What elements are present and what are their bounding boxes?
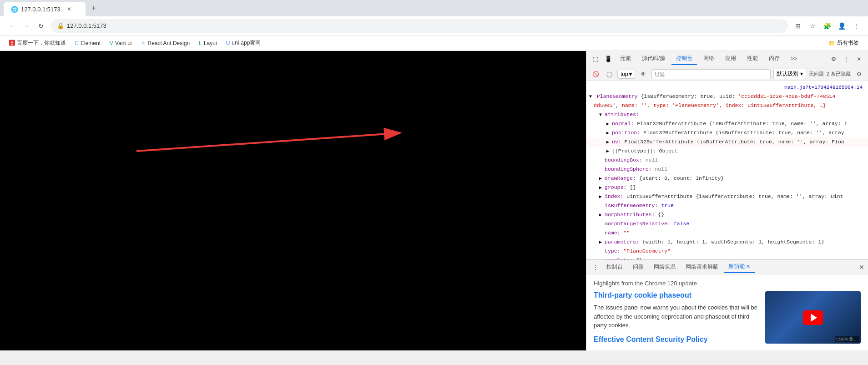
console-line-userdata[interactable]: ▶ userData: {} bbox=[586, 256, 868, 259]
devtools-settings-icon[interactable]: ⚙ bbox=[828, 54, 839, 65]
bookmark-item-uniapp[interactable]: U uni-app官网 bbox=[222, 38, 265, 48]
youtube-play-button[interactable] bbox=[803, 310, 823, 325]
menu-icon[interactable]: ⋮ bbox=[850, 20, 863, 32]
bookmark-item-baidu[interactable]: 🅱 百度一下，你就知道 bbox=[5, 38, 70, 48]
devtools-options-icon[interactable]: ⋮ bbox=[841, 54, 852, 65]
console-line-index[interactable]: ▶ index: Uint16BufferAttribute {isBuffer… bbox=[586, 192, 868, 201]
tab-network[interactable]: 网络 bbox=[699, 53, 719, 65]
address-bar[interactable]: 🔒 127.0.0.1:5173 bbox=[51, 19, 788, 33]
hidden-count-label: 2 条已隐藏 bbox=[827, 71, 851, 77]
bookmark-item-vant[interactable]: V Vant ui bbox=[106, 39, 135, 48]
triangle-morphattributes[interactable]: ▶ bbox=[599, 211, 602, 219]
profile-icon[interactable]: 👤 bbox=[835, 20, 848, 32]
bookmark-item-react-ant[interactable]: ⚛ React Ant Design bbox=[137, 39, 194, 48]
chevron-down-icon: ▾ bbox=[629, 71, 632, 77]
drawer-content: Highlights from the Chrome 120 update Th… bbox=[586, 274, 868, 350]
console-line-drawrange[interactable]: ▶ drawRange: {start: 0, count: Infinity} bbox=[586, 174, 868, 183]
drawer-highlights-label: Highlights from the Chrome 120 update bbox=[594, 280, 861, 287]
console-link-line[interactable]: main.js?t=1704248165004:14 bbox=[586, 83, 868, 92]
bookmark-item-layui[interactable]: L Layui bbox=[195, 39, 220, 48]
console-line-normal[interactable]: ▶ normal: Float32BufferAttribute {isBuff… bbox=[586, 119, 868, 128]
devtools-topbar: ⬚ 📱 元素 源代码/源 控制台 网络 应用 性能 内存 >> ⚙ ⋮ ✕ bbox=[586, 51, 868, 67]
navigation-bar: ← → ↻ 🔒 127.0.0.1:5173 ⊞ ☆ 🧩 👤 ⋮ bbox=[0, 16, 868, 35]
console-line-prototype[interactable]: ▶ [[Prototype]]: Object bbox=[586, 147, 868, 156]
devtools-icon-inspect[interactable]: ⬚ bbox=[590, 54, 601, 65]
tab-memory[interactable]: 内存 bbox=[764, 53, 784, 65]
bookmark-item-element[interactable]: E Element bbox=[71, 39, 104, 48]
console-line-parameters[interactable]: ▶ parameters: {width: 1, height: 1, widt… bbox=[586, 238, 868, 247]
drawer-dots-icon[interactable]: ⋮ bbox=[590, 262, 601, 273]
drawer-tab-issues[interactable]: 问题 bbox=[628, 261, 648, 273]
devtools-close-icon[interactable]: ✕ bbox=[853, 54, 864, 65]
tab-close-icon[interactable]: ✕ bbox=[67, 6, 71, 12]
eye-icon[interactable]: 👁 bbox=[638, 69, 649, 80]
drawer-section2-title[interactable]: Effective Content Security Policy bbox=[594, 335, 758, 344]
drawer-close-button[interactable]: ✕ bbox=[859, 264, 864, 271]
red-arrow bbox=[136, 106, 455, 197]
triangle-parameters[interactable]: ▶ bbox=[599, 238, 602, 247]
console-line-morphattributes[interactable]: ▶ morphAttributes: {} bbox=[586, 210, 868, 219]
devtools-console-content: main.js?t=1704248165004:14 ▼ _PlaneGeome… bbox=[586, 81, 868, 259]
triangle-index[interactable]: ▶ bbox=[599, 193, 602, 201]
console-line-type[interactable]: type: "PlaneGeometry" bbox=[586, 247, 868, 256]
console-line-boundingsphere[interactable]: boundingSphere: null bbox=[586, 165, 868, 174]
drawer-tab-console[interactable]: 控制台 bbox=[602, 261, 627, 273]
active-tab[interactable]: 🌐 127.0.0.1:5173 ✕ bbox=[4, 2, 86, 16]
drawer-tab-network-status[interactable]: 网络状况 bbox=[649, 261, 680, 273]
translate-icon[interactable]: ⊞ bbox=[792, 20, 804, 32]
issues-label: 无问题 bbox=[809, 71, 824, 77]
tab-application[interactable]: 应用 bbox=[721, 53, 741, 65]
drawer-tab-block[interactable]: 网络请求屏蔽 bbox=[681, 261, 723, 273]
tab-console[interactable]: 控制台 bbox=[671, 53, 697, 65]
triangle-planegeometry[interactable]: ▼ bbox=[589, 93, 592, 101]
triangle-groups[interactable]: ▶ bbox=[599, 184, 602, 192]
devtools-toolbar: 🚫 ◯ top ▾ 👁 默认级别 ▾ 无问题 2 条已隐藏 ⚙ bbox=[586, 67, 868, 81]
new-tab-button[interactable]: + bbox=[87, 2, 100, 15]
tab-more[interactable]: >> bbox=[786, 54, 802, 65]
devtools-icon-mobile[interactable]: 📱 bbox=[603, 54, 614, 65]
triangle-userdata[interactable]: ▶ bbox=[599, 257, 602, 259]
triangle-normal[interactable]: ▶ bbox=[606, 120, 609, 128]
layui-favicon: L bbox=[199, 40, 202, 46]
tab-performance[interactable]: 性能 bbox=[742, 53, 762, 65]
console-line-morphtargets[interactable]: morphTargetsRelative: false bbox=[586, 219, 868, 228]
tab-elements[interactable]: 元素 bbox=[616, 53, 636, 65]
console-line-isbuffergeometry[interactable]: isBufferGeometry: true bbox=[586, 201, 868, 210]
triangle-drawrange[interactable]: ▶ bbox=[599, 175, 602, 183]
drawer-section1-text: The Issues panel now warns you about the… bbox=[594, 303, 758, 330]
tab-title: 127.0.0.1:5173 bbox=[21, 6, 61, 13]
console-line-uv[interactable]: ▶ uv: Float32BufferAttribute {isBufferAt… bbox=[586, 137, 868, 147]
forward-button[interactable]: → bbox=[20, 20, 33, 32]
console-filter-icon[interactable]: ◯ bbox=[604, 69, 615, 80]
console-line-boundingbox[interactable]: boundingBox: null bbox=[586, 156, 868, 165]
uniapp-favicon: U bbox=[226, 40, 230, 46]
tab-favicon: 🌐 bbox=[11, 6, 18, 13]
reload-button[interactable]: ↻ bbox=[35, 20, 47, 32]
drawer-tab-new[interactable]: 新功能 ✕ bbox=[724, 261, 755, 273]
back-button[interactable]: ← bbox=[5, 20, 18, 32]
context-selector[interactable]: top ▾ bbox=[617, 70, 635, 79]
console-line-groups[interactable]: ▶ groups: [] bbox=[586, 183, 868, 192]
triangle-uv[interactable]: ▶ bbox=[606, 138, 609, 147]
drawer-section1-title[interactable]: Third-party cookie phaseout bbox=[594, 291, 758, 299]
tab-sources[interactable]: 源代码/源 bbox=[637, 53, 670, 65]
drawer-tab-new-close[interactable]: ✕ bbox=[746, 264, 750, 269]
extensions-icon[interactable]: 🧩 bbox=[821, 20, 833, 32]
lock-icon: 🔒 bbox=[57, 22, 64, 29]
browser-chrome: 🌐 127.0.0.1:5173 ✕ + ← → ↻ 🔒 127.0.0.1:5… bbox=[0, 0, 868, 51]
drawer-topbar: ⋮ 控制台 问题 网络状况 网络请求屏蔽 新功能 ✕ ✕ bbox=[586, 260, 868, 274]
console-line-position[interactable]: ▶ position: Float32BufferAttribute {isBu… bbox=[586, 128, 868, 137]
clear-console-icon[interactable]: 🚫 bbox=[590, 69, 601, 80]
triangle-attributes[interactable]: ▼ bbox=[599, 111, 602, 119]
console-line-attributes[interactable]: ▼ attributes: bbox=[586, 110, 868, 119]
triangle-prototype[interactable]: ▶ bbox=[606, 147, 609, 156]
console-settings-icon[interactable]: ⚙ bbox=[853, 69, 864, 80]
log-level-selector[interactable]: 默认级别 ▾ bbox=[773, 69, 806, 79]
react-ant-favicon: ⚛ bbox=[141, 40, 146, 46]
triangle-position[interactable]: ▶ bbox=[606, 129, 609, 137]
filter-input[interactable] bbox=[651, 69, 771, 79]
all-bookmarks-button[interactable]: 📁 所有书签 bbox=[825, 38, 863, 48]
console-line-planegeometry[interactable]: ▼ _PlaneGeometry {isBufferGeometry: true… bbox=[586, 92, 868, 101]
bookmark-star-icon[interactable]: ☆ bbox=[806, 20, 819, 32]
console-line-name[interactable]: name: "" bbox=[586, 228, 868, 238]
